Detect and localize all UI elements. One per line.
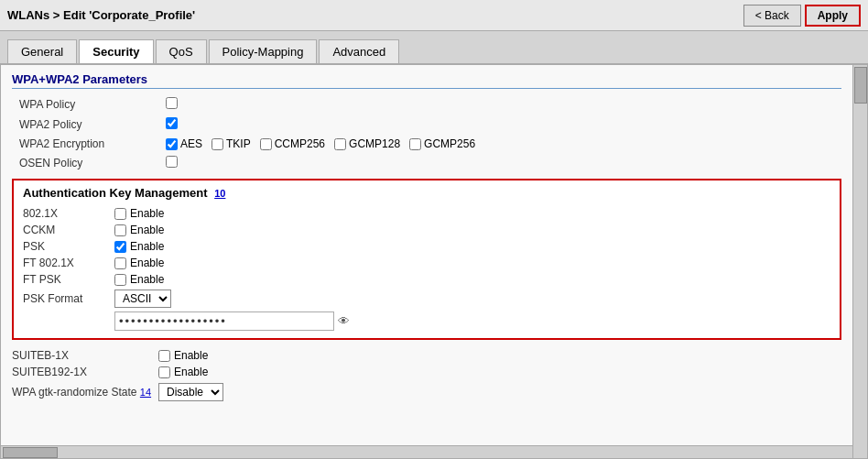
- auth-psk-wrap: Enable: [114, 240, 164, 253]
- apply-button[interactable]: Apply: [805, 5, 861, 27]
- eye-icon[interactable]: 👁: [338, 314, 350, 328]
- scrollbar-h-thumb[interactable]: [3, 447, 58, 458]
- suiteb192-enable: Enable: [174, 366, 208, 378]
- suiteb1x-enable: Enable: [174, 349, 208, 362]
- suiteb192-row: SUITEB192-1X Enable: [12, 364, 841, 380]
- main-content: WPA+WPA2 Parameters WPA Policy WPA2 Poli…: [0, 64, 868, 459]
- auth-cckm-wrap: Enable: [114, 224, 164, 236]
- auth-ftpsk-enable: Enable: [130, 273, 164, 286]
- enc-ccmp256: CCMP256: [260, 137, 325, 150]
- bottom-section: SUITEB-1X Enable SUITEB192-1X Enable WPA…: [12, 347, 841, 404]
- auth-row-psk: PSK Enable: [23, 238, 830, 255]
- wpa-section-title: WPA+WPA2 Parameters: [12, 72, 841, 89]
- wpa2-policy-row: WPA2 Policy: [12, 115, 841, 135]
- ccmp256-label: CCMP256: [275, 137, 325, 150]
- auth-ft8021x-label: FT 802.1X: [23, 257, 114, 269]
- wpa-policy-row: WPA Policy: [12, 94, 841, 115]
- auth-psk-label: PSK: [23, 240, 114, 253]
- wpa2-policy-label: WPA2 Policy: [12, 115, 158, 135]
- tabs-bar: General Security QoS Policy-Mapping Adva…: [0, 31, 868, 64]
- enc-tkip: TKIP: [212, 137, 251, 150]
- auth-row-8021x: 802.1X Enable: [23, 205, 830, 222]
- gcmp256-label: GCMP256: [424, 137, 475, 150]
- auth-cckm-label: CCKM: [23, 224, 114, 236]
- wpa-policy-checkbox[interactable]: [166, 97, 178, 109]
- page-title: WLANs > Edit 'Corporate_Profile': [7, 8, 195, 22]
- suiteb1x-wrap: Enable: [158, 349, 208, 362]
- wpa2-encryption-row: WPA2 Encryption AES TKIP CCM: [12, 135, 841, 153]
- auth-row-cckm: CCKM Enable: [23, 222, 830, 238]
- auth-key-management-box: Authentication Key Management 10 802.1X …: [12, 179, 841, 340]
- wpa-params-table: WPA Policy WPA2 Policy WPA2 Encryption A…: [12, 94, 841, 173]
- back-button[interactable]: < Back: [743, 5, 801, 27]
- top-bar-buttons: < Back Apply: [743, 5, 861, 27]
- psk-format-select[interactable]: ASCII HEX: [114, 290, 171, 308]
- auth-psk-enable: Enable: [130, 240, 164, 253]
- auth-psk-checkbox[interactable]: [114, 241, 126, 253]
- auth-key-footnote[interactable]: 10: [214, 188, 225, 199]
- tab-advanced[interactable]: Advanced: [319, 39, 399, 63]
- auth-cckm-checkbox[interactable]: [114, 224, 126, 236]
- suiteb1x-checkbox[interactable]: [158, 350, 170, 362]
- gtk-label: WPA gtk-randomize State 14: [12, 386, 158, 399]
- auth-ftpsk-checkbox[interactable]: [114, 274, 126, 286]
- enc-gcmp256: GCMP256: [409, 137, 475, 150]
- auth-8021x-wrap: Enable: [114, 207, 164, 220]
- auth-cckm-enable: Enable: [130, 224, 164, 236]
- wpa2-encryption-label: WPA2 Encryption: [12, 135, 158, 153]
- tab-general[interactable]: General: [7, 39, 77, 63]
- tkip-checkbox[interactable]: [212, 138, 223, 150]
- top-bar: WLANs > Edit 'Corporate_Profile' < Back …: [0, 0, 868, 31]
- tab-security[interactable]: Security: [79, 39, 153, 63]
- suiteb1x-row: SUITEB-1X Enable: [12, 347, 841, 364]
- auth-ft8021x-enable: Enable: [130, 257, 164, 269]
- suiteb192-label: SUITEB192-1X: [12, 366, 158, 378]
- gtk-row: WPA gtk-randomize State 14 Disable Enabl…: [12, 380, 841, 404]
- suiteb1x-label: SUITEB-1X: [12, 349, 158, 362]
- aes-checkbox[interactable]: [166, 138, 178, 150]
- wpa2-policy-checkbox[interactable]: [166, 117, 178, 129]
- auth-8021x-checkbox[interactable]: [114, 208, 126, 220]
- auth-ftpsk-wrap: Enable: [114, 273, 164, 286]
- gtk-footnote[interactable]: 14: [140, 387, 151, 398]
- osen-policy-label: OSEN Policy: [12, 153, 158, 173]
- osen-policy-row: OSEN Policy: [12, 153, 841, 173]
- suiteb192-wrap: Enable: [158, 366, 208, 378]
- content-area: WPA+WPA2 Parameters WPA Policy WPA2 Poli…: [1, 65, 852, 458]
- scrollbar-thumb[interactable]: [854, 67, 867, 104]
- scrollbar-right[interactable]: [852, 65, 867, 458]
- gcmp128-checkbox[interactable]: [334, 138, 346, 150]
- auth-ft8021x-wrap: Enable: [114, 257, 164, 269]
- encryption-options: AES TKIP CCMP256 GCMP128: [166, 137, 834, 150]
- enc-gcmp128: GCMP128: [334, 137, 400, 150]
- auth-key-title: Authentication Key Management 10: [23, 186, 830, 200]
- gtk-select[interactable]: Disable Enable: [158, 383, 223, 401]
- auth-row-ft8021x: FT 802.1X Enable: [23, 255, 830, 271]
- psk-format-row: PSK Format ASCII HEX: [23, 288, 830, 310]
- wpa-policy-label: WPA Policy: [12, 94, 158, 115]
- auth-8021x-enable: Enable: [130, 207, 164, 220]
- tkip-label: TKIP: [226, 137, 251, 150]
- psk-password-row: 👁: [114, 310, 830, 333]
- auth-ftpsk-label: FT PSK: [23, 273, 114, 286]
- scrollbar-bottom[interactable]: [1, 445, 852, 458]
- auth-ft8021x-checkbox[interactable]: [114, 257, 126, 269]
- tab-qos[interactable]: QoS: [156, 39, 207, 63]
- gcmp256-checkbox[interactable]: [409, 138, 421, 150]
- ccmp256-checkbox[interactable]: [260, 138, 272, 150]
- tab-policy-mapping[interactable]: Policy-Mapping: [209, 39, 318, 63]
- gcmp128-label: GCMP128: [349, 137, 400, 150]
- auth-row-ftpsk: FT PSK Enable: [23, 271, 830, 288]
- enc-aes: AES: [166, 137, 202, 150]
- aes-label: AES: [180, 137, 202, 150]
- auth-8021x-label: 802.1X: [23, 207, 114, 220]
- suiteb192-checkbox[interactable]: [158, 366, 170, 378]
- osen-policy-checkbox[interactable]: [166, 156, 178, 168]
- psk-format-label: PSK Format: [23, 292, 114, 305]
- psk-password-input[interactable]: [114, 311, 334, 331]
